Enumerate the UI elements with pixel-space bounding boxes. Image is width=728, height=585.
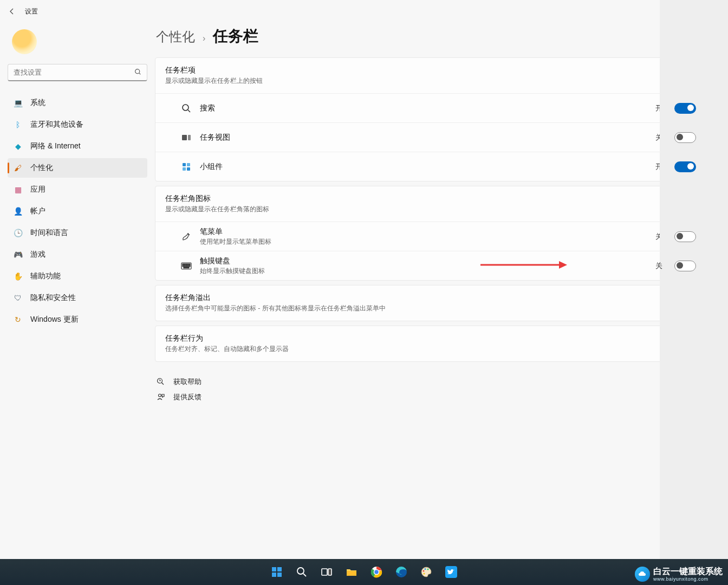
arrow-left-icon [8,7,16,16]
nav-label: 蓝牙和其他设备 [30,120,83,129]
nav-item-7[interactable]: 🎮游戏 [8,245,147,264]
svg-rect-12 [187,264,188,265]
taskbar-paint-button[interactable] [415,561,437,583]
taskbar-search-button[interactable] [291,561,313,583]
section-title: 任务栏角图标 [165,194,269,204]
row-subtitle: 使用笔时显示笔菜单图标 [200,237,648,246]
nav-item-5[interactable]: 👤帐户 [8,202,147,221]
svg-rect-7 [187,167,190,171]
nav-icon: ↻ [13,315,23,324]
watermark-subtext: www.baiyunxitong.com [653,576,723,582]
svg-rect-3 [188,135,191,140]
panel-corner-overflow: 任务栏角溢出 选择任务栏角中可能显示的图标 - 所有其他图标将显示在任务栏角溢出… [155,285,706,321]
corner-icons-row-0: 笔菜单使用笔时显示笔菜单图标关 [155,222,706,251]
nav-icon: ᛒ [13,120,23,129]
svg-point-0 [135,69,140,73]
toggle-switch[interactable] [674,132,696,143]
search-input[interactable] [14,68,134,76]
breadcrumb-parent[interactable]: 个性化 [156,28,195,46]
folder-icon [345,566,358,578]
section-title: 任务栏项 [165,66,263,75]
svg-rect-10 [184,264,185,265]
panel-header-corner-icons[interactable]: 任务栏角图标 显示或隐藏显示在任务栏角落的图标 [155,186,706,222]
svg-rect-13 [189,264,190,265]
feedback-icon [156,393,166,401]
give-feedback-label: 提供反馈 [173,392,202,402]
titlebar: 设置 [0,0,728,23]
taskbar-taskview-button[interactable] [316,561,337,583]
panel-header-taskbar-behavior[interactable]: 任务栏行为 任务栏对齐、标记、自动隐藏和多个显示器 [155,326,706,361]
svg-rect-24 [272,567,276,571]
taskbar-explorer-button[interactable] [341,561,362,583]
nav-item-8[interactable]: ✋辅助功能 [8,266,147,286]
nav-icon: 🛡 [13,294,23,302]
svg-point-23 [159,394,161,397]
breadcrumb: 个性化 › 任务栏 [156,26,706,47]
svg-rect-14 [183,265,184,266]
taskbar-items-row-1: 任务视图关 [155,122,706,152]
nav-icon: ▦ [13,185,23,194]
nav-icon: 🖌 [13,164,23,172]
user-avatar[interactable] [12,29,37,54]
taskbar-edge-button[interactable] [391,561,412,583]
start-button[interactable] [266,561,288,583]
main-content: 个性化 › 任务栏 任务栏项 显示或隐藏显示在任务栏上的按钮 搜索开任务视图关小… [155,23,728,559]
svg-rect-5 [187,163,190,166]
get-help-link[interactable]: 获取帮助 [156,377,706,387]
nav-label: Windows 更新 [30,315,79,324]
nav-item-9[interactable]: 🛡隐私和安全性 [8,288,147,308]
panel-header-corner-overflow[interactable]: 任务栏角溢出 选择任务栏角中可能显示的图标 - 所有其他图标将显示在任务栏角溢出… [155,285,706,321]
palette-icon [420,566,433,578]
section-subtitle: 选择任务栏角中可能显示的图标 - 所有其他图标将显示在任务栏角溢出菜单中 [165,304,386,313]
get-help-label: 获取帮助 [173,377,202,387]
search-box[interactable] [8,64,147,81]
taskbar-twitter-button[interactable] [440,561,462,583]
svg-rect-16 [186,265,187,266]
edge-icon [395,566,408,578]
toggle-switch[interactable] [674,103,696,114]
corner-icons-row-1: 触摸键盘始终显示触摸键盘图标关 [155,251,706,280]
panel-header-taskbar-items[interactable]: 任务栏项 显示或隐藏显示在任务栏上的按钮 [155,58,706,93]
footer-links: 获取帮助 提供反馈 [156,377,706,402]
svg-rect-26 [272,573,276,577]
nav-label: 时间和语言 [30,228,68,238]
chevron-right-icon: › [203,34,205,43]
nav-icon: ✋ [13,272,23,281]
taskbar: 白云一键重装系统 www.baiyunxitong.com [0,559,728,585]
svg-rect-17 [187,265,188,266]
nav-item-10[interactable]: ↻Windows 更新 [8,310,147,329]
nav-item-1[interactable]: ᛒ蓝牙和其他设备 [8,115,147,134]
twitter-icon [445,566,458,578]
toggle-switch[interactable] [674,231,696,242]
nav-item-0[interactable]: 💻系统 [8,93,147,113]
svg-rect-18 [189,265,190,266]
keyboard-icon [180,262,192,270]
svg-rect-27 [277,573,282,577]
svg-rect-19 [184,267,189,268]
svg-rect-11 [186,264,187,265]
section-subtitle: 显示或隐藏显示在任务栏上的按钮 [165,76,263,86]
nav-item-2[interactable]: ◆网络 & Internet [8,136,147,156]
svg-rect-6 [183,167,186,171]
taskbar-items-row-0: 搜索开 [155,93,706,122]
nav-item-6[interactable]: 🕒时间和语言 [8,223,147,243]
search-icon [134,68,141,77]
nav-icon: 🕒 [13,229,23,237]
svg-rect-9 [183,264,184,265]
taskbar-chrome-button[interactable] [366,561,387,583]
nav-icon: 👤 [13,207,23,216]
panel-taskbar-behavior: 任务栏行为 任务栏对齐、标记、自动隐藏和多个显示器 [155,326,706,362]
nav-item-4[interactable]: ▦应用 [8,180,147,199]
section-subtitle: 显示或隐藏显示在任务栏角落的图标 [165,205,269,214]
toggle-switch[interactable] [674,161,696,172]
toggle-switch[interactable] [674,261,696,271]
give-feedback-link[interactable]: 提供反馈 [156,392,706,402]
back-button[interactable] [5,5,18,18]
row-title: 任务视图 [200,133,648,142]
nav-item-3[interactable]: 🖌个性化 [8,158,147,178]
watermark-text: 白云一键重装系统 [653,567,723,576]
pen-icon [180,232,192,242]
watermark: 白云一键重装系统 www.baiyunxitong.com [635,566,723,582]
help-icon [156,378,166,386]
nav-label: 游戏 [30,250,46,259]
